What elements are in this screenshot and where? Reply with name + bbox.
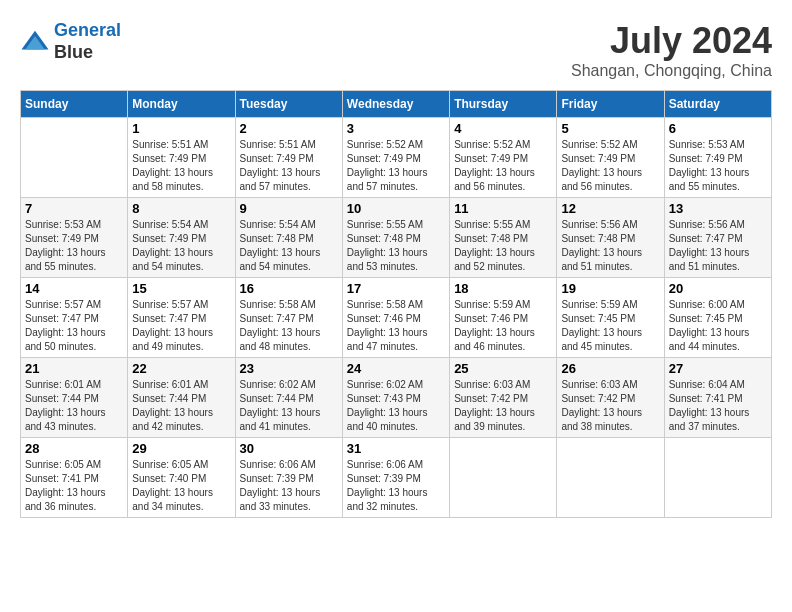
- title-block: July 2024 Shangan, Chongqing, China: [571, 20, 772, 80]
- calendar-day-cell: [21, 118, 128, 198]
- day-info: Sunrise: 5:53 AMSunset: 7:49 PMDaylight:…: [25, 218, 123, 274]
- calendar-day-cell: 30 Sunrise: 6:06 AMSunset: 7:39 PMDaylig…: [235, 438, 342, 518]
- day-info: Sunrise: 5:59 AMSunset: 7:45 PMDaylight:…: [561, 298, 659, 354]
- day-number: 26: [561, 361, 659, 376]
- day-number: 16: [240, 281, 338, 296]
- calendar-week-row: 21 Sunrise: 6:01 AMSunset: 7:44 PMDaylig…: [21, 358, 772, 438]
- day-number: 27: [669, 361, 767, 376]
- day-info: Sunrise: 6:06 AMSunset: 7:39 PMDaylight:…: [240, 458, 338, 514]
- day-info: Sunrise: 5:58 AMSunset: 7:46 PMDaylight:…: [347, 298, 445, 354]
- day-info: Sunrise: 5:56 AMSunset: 7:47 PMDaylight:…: [669, 218, 767, 274]
- day-number: 11: [454, 201, 552, 216]
- day-number: 6: [669, 121, 767, 136]
- calendar-day-cell: 2 Sunrise: 5:51 AMSunset: 7:49 PMDayligh…: [235, 118, 342, 198]
- calendar-day-cell: [664, 438, 771, 518]
- day-info: Sunrise: 5:59 AMSunset: 7:46 PMDaylight:…: [454, 298, 552, 354]
- logo-icon: [20, 27, 50, 57]
- calendar-day-cell: 18 Sunrise: 5:59 AMSunset: 7:46 PMDaylig…: [450, 278, 557, 358]
- calendar-day-cell: 20 Sunrise: 6:00 AMSunset: 7:45 PMDaylig…: [664, 278, 771, 358]
- calendar-day-cell: 27 Sunrise: 6:04 AMSunset: 7:41 PMDaylig…: [664, 358, 771, 438]
- calendar-week-row: 7 Sunrise: 5:53 AMSunset: 7:49 PMDayligh…: [21, 198, 772, 278]
- weekday-header-cell: Wednesday: [342, 91, 449, 118]
- day-number: 13: [669, 201, 767, 216]
- day-number: 4: [454, 121, 552, 136]
- calendar-table: SundayMondayTuesdayWednesdayThursdayFrid…: [20, 90, 772, 518]
- day-info: Sunrise: 5:56 AMSunset: 7:48 PMDaylight:…: [561, 218, 659, 274]
- weekday-header-cell: Friday: [557, 91, 664, 118]
- calendar-day-cell: 23 Sunrise: 6:02 AMSunset: 7:44 PMDaylig…: [235, 358, 342, 438]
- day-info: Sunrise: 6:04 AMSunset: 7:41 PMDaylight:…: [669, 378, 767, 434]
- calendar-day-cell: 11 Sunrise: 5:55 AMSunset: 7:48 PMDaylig…: [450, 198, 557, 278]
- logo-line1: General: [54, 20, 121, 40]
- day-number: 20: [669, 281, 767, 296]
- calendar-day-cell: 12 Sunrise: 5:56 AMSunset: 7:48 PMDaylig…: [557, 198, 664, 278]
- day-info: Sunrise: 5:51 AMSunset: 7:49 PMDaylight:…: [132, 138, 230, 194]
- calendar-week-row: 14 Sunrise: 5:57 AMSunset: 7:47 PMDaylig…: [21, 278, 772, 358]
- day-number: 19: [561, 281, 659, 296]
- day-info: Sunrise: 6:03 AMSunset: 7:42 PMDaylight:…: [454, 378, 552, 434]
- calendar-day-cell: 22 Sunrise: 6:01 AMSunset: 7:44 PMDaylig…: [128, 358, 235, 438]
- calendar-day-cell: 29 Sunrise: 6:05 AMSunset: 7:40 PMDaylig…: [128, 438, 235, 518]
- calendar-day-cell: 28 Sunrise: 6:05 AMSunset: 7:41 PMDaylig…: [21, 438, 128, 518]
- day-number: 29: [132, 441, 230, 456]
- calendar-day-cell: 14 Sunrise: 5:57 AMSunset: 7:47 PMDaylig…: [21, 278, 128, 358]
- day-number: 8: [132, 201, 230, 216]
- logo-line2: Blue: [54, 42, 121, 64]
- day-number: 24: [347, 361, 445, 376]
- day-info: Sunrise: 6:01 AMSunset: 7:44 PMDaylight:…: [132, 378, 230, 434]
- calendar-day-cell: [557, 438, 664, 518]
- day-number: 22: [132, 361, 230, 376]
- month-title: July 2024: [571, 20, 772, 62]
- page-header: General Blue July 2024 Shangan, Chongqin…: [20, 20, 772, 80]
- calendar-day-cell: 19 Sunrise: 5:59 AMSunset: 7:45 PMDaylig…: [557, 278, 664, 358]
- day-number: 31: [347, 441, 445, 456]
- calendar-day-cell: 21 Sunrise: 6:01 AMSunset: 7:44 PMDaylig…: [21, 358, 128, 438]
- day-info: Sunrise: 6:03 AMSunset: 7:42 PMDaylight:…: [561, 378, 659, 434]
- day-info: Sunrise: 5:52 AMSunset: 7:49 PMDaylight:…: [454, 138, 552, 194]
- weekday-header-cell: Tuesday: [235, 91, 342, 118]
- calendar-day-cell: 5 Sunrise: 5:52 AMSunset: 7:49 PMDayligh…: [557, 118, 664, 198]
- weekday-header-cell: Monday: [128, 91, 235, 118]
- day-info: Sunrise: 5:53 AMSunset: 7:49 PMDaylight:…: [669, 138, 767, 194]
- day-info: Sunrise: 6:05 AMSunset: 7:41 PMDaylight:…: [25, 458, 123, 514]
- day-info: Sunrise: 5:52 AMSunset: 7:49 PMDaylight:…: [561, 138, 659, 194]
- calendar-day-cell: 16 Sunrise: 5:58 AMSunset: 7:47 PMDaylig…: [235, 278, 342, 358]
- calendar-day-cell: 4 Sunrise: 5:52 AMSunset: 7:49 PMDayligh…: [450, 118, 557, 198]
- day-number: 28: [25, 441, 123, 456]
- day-info: Sunrise: 5:54 AMSunset: 7:48 PMDaylight:…: [240, 218, 338, 274]
- day-info: Sunrise: 6:05 AMSunset: 7:40 PMDaylight:…: [132, 458, 230, 514]
- calendar-day-cell: 3 Sunrise: 5:52 AMSunset: 7:49 PMDayligh…: [342, 118, 449, 198]
- day-number: 23: [240, 361, 338, 376]
- calendar-body: 1 Sunrise: 5:51 AMSunset: 7:49 PMDayligh…: [21, 118, 772, 518]
- day-number: 12: [561, 201, 659, 216]
- day-number: 5: [561, 121, 659, 136]
- day-info: Sunrise: 5:54 AMSunset: 7:49 PMDaylight:…: [132, 218, 230, 274]
- calendar-day-cell: 9 Sunrise: 5:54 AMSunset: 7:48 PMDayligh…: [235, 198, 342, 278]
- weekday-header-row: SundayMondayTuesdayWednesdayThursdayFrid…: [21, 91, 772, 118]
- day-info: Sunrise: 6:00 AMSunset: 7:45 PMDaylight:…: [669, 298, 767, 354]
- calendar-day-cell: 10 Sunrise: 5:55 AMSunset: 7:48 PMDaylig…: [342, 198, 449, 278]
- day-number: 21: [25, 361, 123, 376]
- calendar-day-cell: 17 Sunrise: 5:58 AMSunset: 7:46 PMDaylig…: [342, 278, 449, 358]
- day-number: 15: [132, 281, 230, 296]
- calendar-week-row: 1 Sunrise: 5:51 AMSunset: 7:49 PMDayligh…: [21, 118, 772, 198]
- day-info: Sunrise: 5:57 AMSunset: 7:47 PMDaylight:…: [25, 298, 123, 354]
- day-info: Sunrise: 6:02 AMSunset: 7:44 PMDaylight:…: [240, 378, 338, 434]
- calendar-day-cell: [450, 438, 557, 518]
- day-number: 30: [240, 441, 338, 456]
- logo-text: General Blue: [54, 20, 121, 63]
- calendar-day-cell: 1 Sunrise: 5:51 AMSunset: 7:49 PMDayligh…: [128, 118, 235, 198]
- calendar-day-cell: 31 Sunrise: 6:06 AMSunset: 7:39 PMDaylig…: [342, 438, 449, 518]
- day-number: 3: [347, 121, 445, 136]
- day-number: 2: [240, 121, 338, 136]
- day-number: 25: [454, 361, 552, 376]
- weekday-header-cell: Saturday: [664, 91, 771, 118]
- day-info: Sunrise: 5:52 AMSunset: 7:49 PMDaylight:…: [347, 138, 445, 194]
- calendar-week-row: 28 Sunrise: 6:05 AMSunset: 7:41 PMDaylig…: [21, 438, 772, 518]
- calendar-day-cell: 13 Sunrise: 5:56 AMSunset: 7:47 PMDaylig…: [664, 198, 771, 278]
- calendar-day-cell: 25 Sunrise: 6:03 AMSunset: 7:42 PMDaylig…: [450, 358, 557, 438]
- day-info: Sunrise: 5:55 AMSunset: 7:48 PMDaylight:…: [347, 218, 445, 274]
- day-number: 10: [347, 201, 445, 216]
- day-info: Sunrise: 6:02 AMSunset: 7:43 PMDaylight:…: [347, 378, 445, 434]
- day-number: 18: [454, 281, 552, 296]
